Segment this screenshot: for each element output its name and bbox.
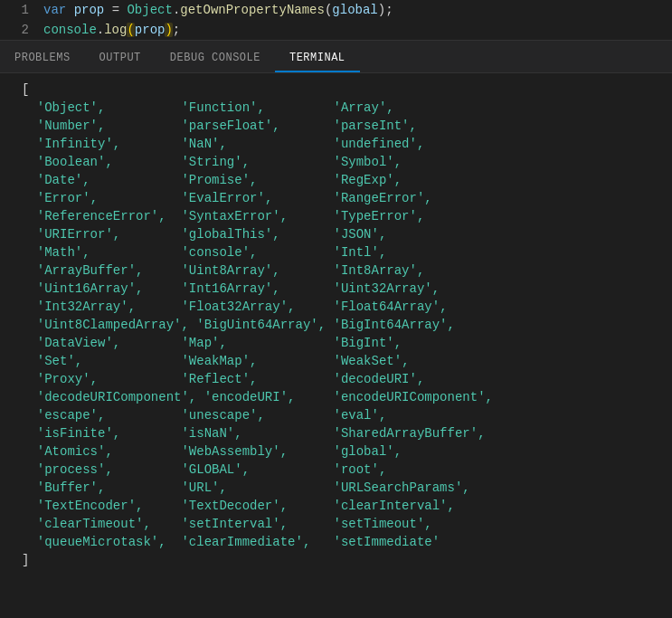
panel-tab-bar: PROBLEMS OUTPUT DEBUG CONSOLE TERMINAL <box>0 41 672 73</box>
tab-output-label: OUTPUT <box>99 52 141 64</box>
line-number-1: 1 <box>7 0 29 20</box>
tab-output[interactable]: OUTPUT <box>85 44 156 72</box>
tab-terminal-label: TERMINAL <box>289 52 345 64</box>
tab-terminal[interactable]: TERMINAL <box>275 44 360 72</box>
tab-problems[interactable]: PROBLEMS <box>0 44 85 72</box>
terminal-panel[interactable]: [ 'Object', 'Function', 'Array', 'Number… <box>0 73 672 618</box>
terminal-output: [ 'Object', 'Function', 'Array', 'Number… <box>22 81 672 569</box>
code-line-2: 2 console.log(prop); <box>0 20 672 40</box>
code-content-1: var prop = Object.getOwnPropertyNames(gl… <box>43 0 393 20</box>
code-line-1: 1 var prop = Object.getOwnPropertyNames(… <box>0 0 672 20</box>
tab-problems-label: PROBLEMS <box>14 52 71 64</box>
code-content-2: console.log(prop); <box>43 20 180 40</box>
code-editor: 1 var prop = Object.getOwnPropertyNames(… <box>0 0 672 41</box>
line-number-2: 2 <box>7 20 29 40</box>
tab-debug-console-label: DEBUG CONSOLE <box>170 52 260 64</box>
tab-debug-console[interactable]: DEBUG CONSOLE <box>156 44 275 72</box>
